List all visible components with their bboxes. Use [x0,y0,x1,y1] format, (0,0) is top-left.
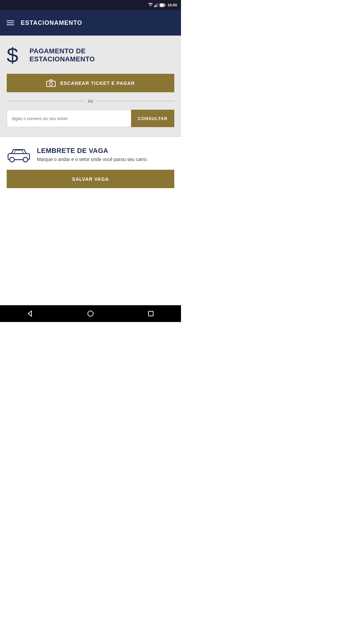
payment-title-line1: PAGAMENTO DE [29,47,95,55]
divider: ou [7,98,174,104]
svg-point-13 [23,157,28,162]
svg-rect-2 [155,5,156,7]
status-time: 16:00 [168,3,177,7]
svg-rect-3 [157,4,158,7]
app-title: ESTACIONAMENTO [21,19,82,26]
svg-point-15 [88,311,93,316]
dollar-icon: $ [7,44,24,66]
payment-section: $ PAGAMENTO DE ESTACIONAMENTO ESCANEAR T… [0,36,181,137]
ticket-input-row: CONSULTAR [7,110,174,127]
svg-rect-7 [160,4,164,6]
scan-ticket-button[interactable]: ESCANEAR TICKET E PAGAR [7,74,174,92]
lembrete-title: LEMBRETE DE VAGA [37,147,148,155]
recents-button[interactable] [144,307,158,320]
payment-title: PAGAMENTO DE ESTACIONAMENTO [29,47,95,63]
lembrete-section: LEMBRETE DE VAGA Marque o andar e o seto… [0,137,181,198]
back-button[interactable] [23,307,37,320]
consultar-button[interactable]: CONSULTAR [131,110,174,127]
svg-rect-1 [154,6,155,7]
wifi-icon [148,3,153,7]
svg-point-10 [49,82,52,85]
bottom-navigation-bar [0,305,181,322]
svg-marker-14 [28,311,32,316]
svg-marker-0 [149,5,152,7]
nav-bar: ESTACIONAMENTO [0,10,181,36]
payment-title-line2: ESTACIONAMENTO [29,55,95,63]
salvar-vaga-button[interactable]: SALVAR VAGA [7,170,174,188]
divider-line-right [97,101,174,101]
status-icons [148,3,166,7]
hamburger-menu-button[interactable] [7,20,14,25]
salvar-button-label: SALVAR VAGA [72,176,109,182]
lembrete-info: LEMBRETE DE VAGA Marque o andar e o seto… [37,147,148,163]
signal-icon [154,3,158,7]
divider-line-left [7,101,84,101]
svg-text:$: $ [7,44,18,66]
ticket-number-input[interactable] [7,110,131,127]
lembrete-header: LEMBRETE DE VAGA Marque o andar e o seto… [7,147,174,163]
status-bar: 16:00 [0,0,181,10]
divider-text: ou [88,98,93,104]
consultar-label: CONSULTAR [138,116,168,121]
car-icon [7,147,31,163]
camera-icon [46,79,56,87]
scan-button-label: ESCANEAR TICKET E PAGAR [60,80,135,86]
svg-rect-4 [158,3,158,7]
svg-point-12 [10,157,14,162]
home-button[interactable] [84,307,97,320]
lembrete-description: Marque o andar e o setor onde você parou… [37,156,148,163]
payment-header: $ PAGAMENTO DE ESTACIONAMENTO [7,44,174,66]
svg-rect-6 [164,4,165,6]
battery-icon [160,3,166,7]
svg-rect-16 [148,311,153,316]
svg-rect-9 [47,81,55,87]
